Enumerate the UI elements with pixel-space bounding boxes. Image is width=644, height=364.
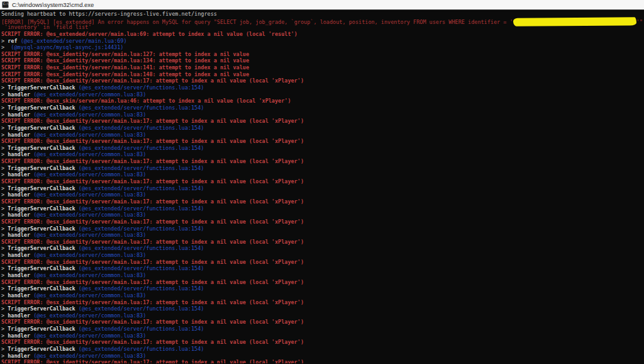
console-line: SCRIPT ERROR: @esx_identity/server/main.… xyxy=(1,239,644,246)
console-text-segment: SCRIPT ERROR: @esx_identity/server/main.… xyxy=(1,118,304,124)
console-text-segment: TriggerServerCallback xyxy=(8,84,79,91)
console-line: > handler (@es_extended/server/common.lu… xyxy=(1,111,644,118)
console-line: > handler (@es_extended/server/common.lu… xyxy=(1,212,644,219)
console-text-segment: > xyxy=(1,265,8,271)
console-line: Sending heartbeat to https://servers-ing… xyxy=(1,11,644,18)
console-text-segment: > xyxy=(1,312,8,319)
console-text-segment: TriggerServerCallback xyxy=(8,125,79,131)
console-line: SCRIPT ERROR: @esx_identity/server/main.… xyxy=(1,158,644,165)
console-text-segment: > xyxy=(1,125,8,131)
console-text-segment: (@es_extended/server/functions.lua:154) xyxy=(79,125,204,131)
console-text-segment: handler xyxy=(8,91,33,98)
console-text-segment: TriggerServerCallback xyxy=(8,245,79,251)
console-line: > handler (@es_extended/server/common.lu… xyxy=(1,91,644,98)
console-text-segment: handler xyxy=(8,151,33,157)
console-text-segment: > xyxy=(1,165,8,171)
console-text-segment: (@es_extended/server/functions.lua:154) xyxy=(79,326,204,332)
console-text-segment: > xyxy=(1,145,8,151)
console-text-segment: > xyxy=(1,305,8,312)
console-text-segment: > xyxy=(1,272,8,278)
console-line: > handler (@es_extended/server/common.lu… xyxy=(1,232,644,239)
console-text-segment: (@es_extended/server/main.lua:69) xyxy=(21,38,127,44)
console-text-segment: SCRIPT ERROR: @esx_identity/server/main.… xyxy=(1,279,304,285)
console-text-segment: ref xyxy=(8,38,20,44)
console-line: > TriggerServerCallback (@es_extended/se… xyxy=(1,225,644,232)
console-text-segment: (@es_extended/server/common.lua:83) xyxy=(33,111,146,118)
console-text-segment: (@mysql-async/mysql-async.js:14431) xyxy=(11,44,123,50)
console-line: SCRIPT ERROR: @esx_skin/server/main.lua:… xyxy=(1,98,644,105)
console-line: > handler (@es_extended/server/common.lu… xyxy=(1,151,644,158)
console-text-segment: > xyxy=(1,44,11,50)
console-text-segment: 'inventory' in 'field list' xyxy=(1,24,91,30)
console-line: > handler (@es_extended/server/common.lu… xyxy=(1,353,644,360)
console-text-segment: > xyxy=(1,91,8,98)
console-line: > handler (@es_extended/server/common.lu… xyxy=(1,252,644,259)
console-text-segment: (@es_extended/server/common.lua:83) xyxy=(33,353,146,359)
console-line: > TriggerServerCallback (@es_extended/se… xyxy=(1,105,644,111)
console-text-segment: > xyxy=(1,292,8,299)
console-text-segment: (@es_extended/server/functions.lua:154) xyxy=(79,265,204,271)
console-text-segment: > xyxy=(1,225,8,232)
console-line: > handler (@es_extended/server/common.lu… xyxy=(1,333,644,339)
console-text-segment: TriggerServerCallback xyxy=(8,346,79,352)
console-text-segment: SCRIPT ERROR: @esx_identity/server/main.… xyxy=(1,239,304,245)
console-text-segment: (@es_extended/server/functions.lua:154) xyxy=(79,105,204,111)
console-line: SCRIPT ERROR: @esx_identity/server/main.… xyxy=(1,118,644,125)
console-text-segment: > xyxy=(1,38,8,44)
console-text-segment: handler xyxy=(8,312,33,319)
cmd-prompt-icon xyxy=(2,1,9,8)
console-line: SCRIPT ERROR: @esx_identity/server/main.… xyxy=(1,178,644,185)
console-line: > handler (@es_extended/server/common.lu… xyxy=(1,191,644,198)
console-text-segment: (@es_extended/server/functions.lua:154) xyxy=(79,185,204,191)
console-line: SCRIPT ERROR: @esx_identity/server/main.… xyxy=(1,359,644,363)
console-text-segment: SCRIPT ERROR: @esx_identity/server/main.… xyxy=(1,158,304,164)
console-line: SCRIPT ERROR: @es_extended/server/main.l… xyxy=(1,31,644,38)
console-line: SCRIPT ERROR: @esx_identity/server/main.… xyxy=(1,71,644,78)
console-text-segment: SCRIPT ERROR: @es_extended/server/main.l… xyxy=(1,31,297,37)
console-text-segment: handler xyxy=(8,292,33,299)
console-text-segment: SCRIPT ERROR: @esx_identity/server/main.… xyxy=(1,219,304,225)
console-text-segment: SCRIPT ERROR: @esx_identity/server/main.… xyxy=(1,359,304,363)
console-text-segment: handler xyxy=(8,232,33,238)
console-line: > handler (@es_extended/server/common.lu… xyxy=(1,272,644,279)
console-line: SCRIPT ERROR: @esx_identity/server/main.… xyxy=(1,138,644,145)
console-line: > handler (@es_extended/server/common.lu… xyxy=(1,292,644,299)
console-text-segment: SCRIPT ERROR: @esx_identity/server/main.… xyxy=(1,178,304,185)
console-line: > TriggerServerCallback (@es_extended/se… xyxy=(1,205,644,212)
console-line: > (@mysql-async/mysql-async.js:14431) xyxy=(1,44,644,51)
console-line: SCRIPT ERROR: @esx_identity/server/main.… xyxy=(1,219,644,225)
console-text-segment: SCRIPT ERROR: @esx_identity/server/main.… xyxy=(1,138,304,144)
console-text-segment: > xyxy=(1,205,8,212)
console-line: > handler (@es_extended/server/common.lu… xyxy=(1,171,644,178)
console-line: > TriggerServerCallback (@es_extended/se… xyxy=(1,145,644,152)
console-line: > ref (@es_extended/server/main.lua:69) xyxy=(1,38,644,45)
console-line: > TriggerServerCallback (@es_extended/se… xyxy=(1,285,644,292)
console-text-segment: (@es_extended/server/functions.lua:154) xyxy=(79,346,204,352)
title-bar[interactable]: C:\windows\system32\cmd.exe xyxy=(0,0,644,10)
console-text-segment: '" xyxy=(636,19,643,25)
console-text-segment: SCRIPT ERROR: @esx_identity/server/main.… xyxy=(1,339,304,345)
console-text-segment: SCRIPT ERROR: @esx_identity/server/main.… xyxy=(1,198,304,205)
console-text-segment: TriggerServerCallback xyxy=(8,105,79,111)
console-text-segment: (@es_extended/server/common.lua:83) xyxy=(33,312,146,319)
console-text-segment: > xyxy=(1,212,8,218)
console-line: SCRIPT ERROR: @esx_identity/server/main.… xyxy=(1,259,644,266)
console-line: > handler (@es_extended/server/common.lu… xyxy=(1,312,644,319)
console-line: SCRIPT ERROR: @esx_identity/server/main.… xyxy=(1,319,644,326)
console-text-segment: (@es_extended/server/functions.lua:154) xyxy=(79,305,204,312)
console-text-segment: TriggerServerCallback xyxy=(8,285,79,292)
console-text-segment: (@es_extended/server/common.lua:83) xyxy=(33,272,146,278)
console-output[interactable]: Sending heartbeat to https://servers-ing… xyxy=(0,10,644,363)
console-text-segment: handler xyxy=(8,132,33,138)
console-text-segment: > xyxy=(1,245,8,251)
console-line: [ERROR] [MySQL] [es_extended] An error h… xyxy=(1,18,644,25)
console-text-segment: Sending heartbeat to https://servers-ing… xyxy=(1,11,217,17)
console-text-segment: > xyxy=(1,191,8,198)
console-text-segment: SCRIPT ERROR: @esx_identity/server/main.… xyxy=(1,299,304,305)
console-line: SCRIPT ERROR: @esx_identity/server/main.… xyxy=(1,64,644,71)
console-line: > TriggerServerCallback (@es_extended/se… xyxy=(1,305,644,312)
console-text-segment: > xyxy=(1,232,8,238)
console-text-segment: > xyxy=(1,353,8,359)
console-text-segment: > xyxy=(1,171,8,178)
console-text-segment: > xyxy=(1,111,8,118)
